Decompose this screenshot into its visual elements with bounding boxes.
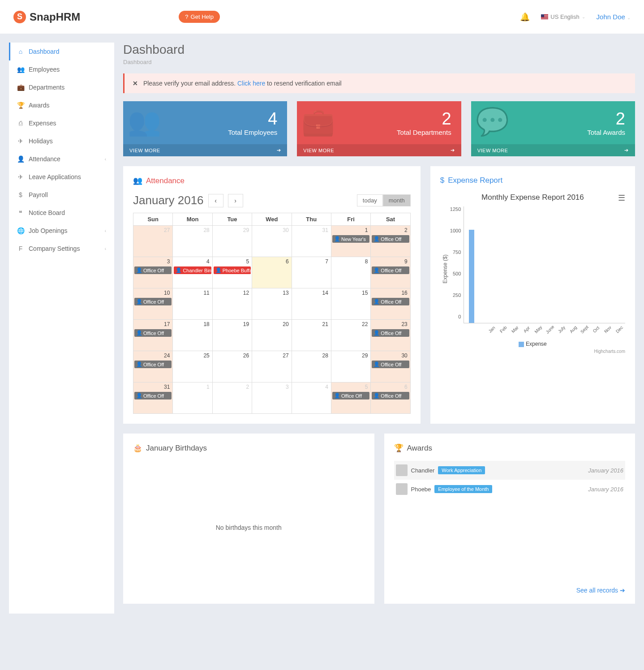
cal-cell[interactable]: 1👤New Year's [331, 226, 370, 257]
next-month-button[interactable]: › [228, 194, 243, 207]
cal-cell[interactable]: 28 [292, 351, 331, 382]
cal-cell[interactable]: 1 [173, 382, 212, 414]
close-icon[interactable]: ✕ [133, 80, 138, 87]
language-switcher[interactable]: US English ⌄ [541, 13, 585, 20]
cal-event[interactable]: 👤Office Off [134, 392, 172, 399]
cal-cell[interactable]: 18 [173, 320, 212, 351]
cal-cell[interactable]: 20 [252, 320, 292, 351]
cal-cell[interactable]: 12 [212, 288, 252, 320]
cal-cell[interactable]: 15 [331, 288, 370, 320]
sidebar-item-awards[interactable]: 🏆Awards [9, 96, 114, 114]
cal-cell[interactable]: 21 [292, 320, 331, 351]
chart-menu-icon[interactable]: ☰ [618, 193, 625, 203]
cal-cell[interactable]: 31👤Office Off [133, 382, 173, 414]
user-menu[interactable]: John Doe ⌄ [597, 13, 631, 21]
arrow-right-icon: ➔ [451, 147, 455, 153]
cal-cell[interactable]: 11 [173, 288, 212, 320]
cal-header: Sat [371, 213, 410, 226]
sidebar-item-label: Notice Board [29, 209, 65, 216]
cal-cell[interactable]: 29 [331, 351, 370, 382]
chart-title: Monthly Expense Report 2016 [440, 193, 625, 202]
cal-cell[interactable]: 6👤Office Off [371, 382, 410, 414]
cal-cell[interactable]: 14 [292, 288, 331, 320]
sidebar-item-expenses[interactable]: ⎙Expenses [9, 114, 114, 132]
cal-event[interactable]: 👤Office Off [372, 361, 409, 368]
cal-cell[interactable]: 27 [133, 226, 173, 257]
logo-icon: S [13, 11, 26, 23]
sidebar-item-payroll[interactable]: $Payroll [9, 186, 114, 204]
award-row[interactable]: PhoebeEmployee of the MonthJanuary 2016 [394, 480, 626, 498]
sidebar-item-holidays[interactable]: ✈Holidays [9, 132, 114, 150]
cal-cell[interactable]: 10👤Office Off [133, 288, 173, 320]
see-all-records-link[interactable]: See all records ➔ [394, 587, 626, 594]
cal-cell[interactable]: 28 [173, 226, 212, 257]
cal-cell[interactable]: 3 [252, 382, 292, 414]
cal-cell[interactable]: 25 [173, 351, 212, 382]
cal-cell[interactable]: 17👤Office Off [133, 320, 173, 351]
cal-cell[interactable]: 2 [212, 382, 252, 414]
sidebar-item-company-settings[interactable]: FCompany Settings‹ [9, 240, 114, 258]
sidebar-item-attendance[interactable]: 👤Attendance‹ [9, 150, 114, 168]
cal-event[interactable]: 👤Office Off [372, 392, 409, 399]
cal-cell[interactable]: 4 [292, 382, 331, 414]
cal-cell[interactable]: 29 [212, 226, 252, 257]
cal-cell[interactable]: 27 [252, 351, 292, 382]
cal-cell[interactable]: 4👤Chandler Bing [173, 257, 212, 288]
sidebar-icon: ⎙ [17, 120, 24, 127]
cal-cell[interactable]: 3👤Office Off [133, 257, 173, 288]
cal-cell[interactable]: 22 [331, 320, 370, 351]
resend-link[interactable]: Click here [237, 80, 265, 87]
cal-cell[interactable]: 7 [292, 257, 331, 288]
cal-cell[interactable]: 9👤Office Off [371, 257, 410, 288]
logo[interactable]: S SnapHRM [13, 11, 80, 23]
sidebar-item-leave-applications[interactable]: ✈Leave Applications [9, 168, 114, 186]
get-help-button[interactable]: ? Get Help [179, 11, 220, 23]
cal-cell[interactable]: 2👤Office Off [371, 226, 410, 257]
today-button[interactable]: today [357, 194, 383, 206]
award-row[interactable]: ChandlerWork AppreciationJanuary 2016 [394, 461, 626, 480]
cal-cell[interactable]: 5👤Office Off [331, 382, 370, 414]
award-name: Phoebe [411, 486, 431, 493]
attendance-title-label: Attendance [146, 176, 185, 185]
cal-event[interactable]: 👤Office Off [372, 329, 409, 337]
cal-cell[interactable]: 30👤Office Off [371, 351, 410, 382]
cal-cell[interactable]: 19 [212, 320, 252, 351]
cal-event[interactable]: 👤Office Off [134, 329, 172, 337]
cal-cell[interactable]: 24👤Office Off [133, 351, 173, 382]
cal-cell[interactable]: 31 [292, 226, 331, 257]
cal-cell[interactable]: 16👤Office Off [371, 288, 410, 320]
sidebar-item-notice-board[interactable]: ❝Notice Board [9, 204, 114, 222]
cal-event[interactable]: 👤Phoebe Buffa [214, 266, 251, 274]
cal-cell[interactable]: 6 [252, 257, 292, 288]
chart-bar[interactable] [469, 230, 474, 323]
cal-event[interactable]: 👤Office Off [134, 361, 172, 368]
sidebar-item-job-openings[interactable]: 🌐Job Openings‹ [9, 222, 114, 240]
cal-event[interactable]: 👤Office Off [372, 266, 409, 274]
cal-cell[interactable]: 13 [252, 288, 292, 320]
bell-icon[interactable]: 🔔 [520, 12, 530, 22]
y-tick: 250 [453, 292, 461, 298]
sidebar-item-employees[interactable]: 👥Employees [9, 60, 114, 78]
view-more-link[interactable]: VIEW MORE➔ [297, 144, 461, 156]
birthdays-empty: No birthdays this month [133, 461, 365, 594]
sidebar-item-departments[interactable]: 💼Departments [9, 78, 114, 96]
cal-cell[interactable]: 30 [252, 226, 292, 257]
cal-event[interactable]: 👤New Year's [332, 235, 369, 243]
chevron-left-icon: ‹ [105, 228, 106, 233]
view-more-link[interactable]: VIEW MORE➔ [471, 144, 635, 156]
cal-cell[interactable]: 23👤Office Off [371, 320, 410, 351]
cal-event[interactable]: 👤Office Off [332, 392, 369, 399]
cal-cell[interactable]: 8 [331, 257, 370, 288]
cal-event[interactable]: 👤Office Off [134, 298, 172, 305]
cal-cell[interactable]: 5👤Phoebe Buffa [212, 257, 252, 288]
cal-event[interactable]: 👤Office Off [372, 235, 409, 243]
view-more-link[interactable]: VIEW MORE➔ [123, 144, 287, 156]
cal-event[interactable]: 👤Office Off [134, 266, 172, 274]
month-view-button[interactable]: month [383, 194, 411, 206]
cal-event[interactable]: 👤Office Off [372, 298, 409, 305]
cal-header: Fri [331, 213, 370, 226]
sidebar-item-dashboard[interactable]: ⌂Dashboard [9, 43, 114, 60]
prev-month-button[interactable]: ‹ [208, 194, 223, 207]
cal-cell[interactable]: 26 [212, 351, 252, 382]
cal-event[interactable]: 👤Chandler Bing [174, 266, 211, 274]
